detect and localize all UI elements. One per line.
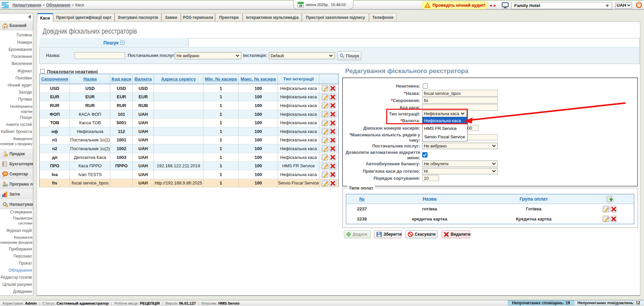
svg-text:28: 28 bbox=[299, 4, 302, 7]
